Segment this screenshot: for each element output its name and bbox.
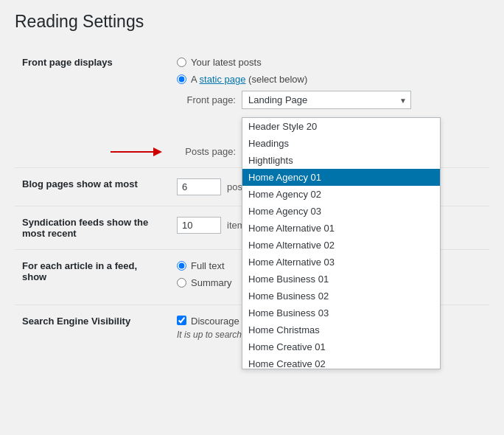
dropdown-item[interactable]: Home Business 02 [242, 288, 440, 304]
radio-latest-posts-label: Your latest posts [191, 57, 262, 68]
dropdown-item[interactable]: Home Alternative 03 [242, 254, 440, 271]
dropdown-item[interactable]: Home Agency 01 [242, 169, 440, 186]
dropdown-item[interactable]: Home Christmas [242, 321, 440, 338]
dropdown-item[interactable]: Home Alternative 02 [242, 237, 440, 254]
red-arrow-indicator [111, 142, 169, 162]
blog-pages-label: Blog pages show at most [22, 178, 138, 189]
radio-static-page-label: A static page (select below) [191, 74, 307, 85]
front-page-displays-label: Front page displays [22, 57, 113, 68]
dropdown-item[interactable]: Home Alternative 01 [242, 220, 440, 237]
front-page-select[interactable]: Landing Page [242, 91, 411, 109]
dropdown-item[interactable]: Home Agency 02 [242, 186, 440, 203]
front-page-dropdown: Header Style 20HeadingsHightlightsHome A… [242, 117, 441, 369]
posts-page-field-label: Posts page: [177, 146, 236, 157]
radio-latest-posts[interactable] [177, 58, 186, 67]
radio-full-text[interactable] [177, 261, 186, 271]
dropdown-item[interactable]: Home Business 01 [242, 271, 440, 288]
dropdown-item[interactable]: Home Creative 02 [242, 355, 440, 369]
radio-summary[interactable] [177, 278, 186, 288]
front-page-field-label: Front page: [177, 94, 236, 105]
syndication-label: Syndication feeds show the most recent [22, 217, 148, 239]
radio-summary-label: Summary [191, 277, 232, 288]
blog-pages-input[interactable] [177, 178, 221, 195]
article-feed-label: For each article in a feed, show [22, 260, 137, 282]
page-title: Reading Settings [15, 12, 489, 32]
syndication-input[interactable] [177, 217, 221, 234]
dropdown-item[interactable]: Home Business 03 [242, 304, 440, 321]
radio-full-text-label: Full text [191, 260, 225, 271]
dropdown-item[interactable]: Header Style 20 [242, 118, 440, 135]
dropdown-item[interactable]: Hightlights [242, 152, 440, 169]
dropdown-list[interactable]: Header Style 20HeadingsHightlightsHome A… [242, 118, 440, 369]
dropdown-item[interactable]: Home Agency 03 [242, 203, 440, 220]
discourage-checkbox[interactable] [177, 316, 186, 325]
dropdown-item[interactable]: Home Creative 01 [242, 338, 440, 355]
dropdown-item[interactable]: Headings [242, 135, 440, 152]
search-engine-label: Search Engine Visibility [22, 316, 130, 327]
radio-static-page[interactable] [177, 74, 186, 84]
static-page-link[interactable]: static page [200, 74, 246, 85]
discourage-label: Discourage [191, 316, 239, 327]
